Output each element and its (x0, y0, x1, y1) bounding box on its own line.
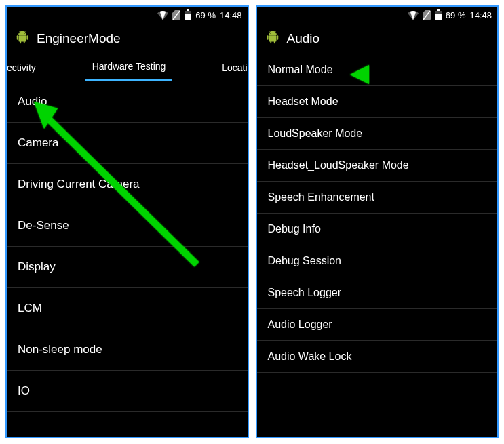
sim-icon (423, 10, 431, 20)
list-item-speech-logger[interactable]: Speech Logger (257, 277, 498, 309)
svg-rect-13 (269, 35, 276, 41)
phone-screen-engineermode: 69 % 14:48 EngineerMode ectivity Hardwar… (5, 5, 249, 438)
status-time: 14:48 (220, 10, 242, 20)
svg-rect-15 (277, 35, 278, 39)
list-hardware-testing: Audio Camera Driving Current Camera De-S… (7, 81, 248, 412)
list-item-lcm[interactable]: LCM (7, 288, 248, 329)
status-bar: 69 % 14:48 (257, 7, 498, 23)
app-header: Audio (257, 23, 498, 54)
svg-rect-5 (17, 35, 18, 39)
list-item-debug-info[interactable]: Debug Info (257, 214, 498, 245)
android-icon (15, 29, 30, 48)
svg-rect-6 (26, 35, 28, 39)
battery-icon (185, 9, 191, 20)
tab-hardware-testing[interactable]: Hardware Testing (85, 54, 173, 81)
battery-percent: 69 % (195, 10, 216, 20)
list-item-audio[interactable]: Audio (7, 81, 248, 123)
list-item-speech-enhancement[interactable]: Speech Enhancement (257, 182, 498, 214)
svg-rect-4 (19, 35, 26, 41)
status-time: 14:48 (469, 10, 492, 20)
list-item-non-sleep-mode[interactable]: Non-sleep mode (7, 329, 248, 371)
list-item-headset-mode[interactable]: Headset Mode (257, 86, 498, 118)
app-title: Audio (287, 31, 320, 46)
android-icon (265, 29, 280, 48)
list-item-normal-mode[interactable]: Normal Mode (257, 54, 498, 86)
svg-rect-8 (24, 41, 25, 44)
list-item-headset-loudspeaker-mode[interactable]: Headset_LoudSpeaker Mode (257, 150, 498, 182)
tab-bar: ectivity Hardware Testing Locati (7, 54, 248, 81)
list-item-display[interactable]: Display (7, 247, 248, 288)
wifi-icon (157, 9, 168, 20)
svg-rect-1 (187, 9, 189, 11)
list-item-io[interactable]: IO (7, 371, 248, 412)
svg-rect-7 (20, 41, 21, 44)
app-header: EngineerMode (7, 23, 248, 54)
list-item-de-sense[interactable]: De-Sense (7, 205, 248, 247)
tab-location[interactable]: Locati (215, 54, 247, 81)
svg-rect-3 (185, 14, 191, 20)
list-audio: Normal Mode Headset Mode LoudSpeaker Mod… (257, 54, 498, 373)
svg-rect-16 (270, 41, 271, 44)
list-item-camera[interactable]: Camera (7, 123, 248, 164)
list-item-audio-wake-lock[interactable]: Audio Wake Lock (257, 341, 498, 373)
svg-rect-17 (273, 41, 275, 44)
wifi-icon (408, 9, 419, 20)
app-title: EngineerMode (37, 31, 121, 46)
sim-icon (172, 10, 180, 20)
svg-rect-14 (267, 35, 268, 39)
battery-icon (435, 9, 442, 20)
list-item-audio-logger[interactable]: Audio Logger (257, 309, 498, 341)
svg-rect-12 (435, 14, 442, 20)
battery-percent: 69 % (446, 10, 466, 20)
phone-screen-audio: 69 % 14:48 Audio Normal Mode Headset Mod… (256, 5, 499, 438)
list-item-loudspeaker-mode[interactable]: LoudSpeaker Mode (257, 118, 498, 150)
tab-connectivity[interactable]: ectivity (7, 54, 43, 81)
status-bar: 69 % 14:48 (7, 7, 248, 23)
list-item-debug-session[interactable]: Debug Session (257, 245, 498, 277)
svg-rect-10 (437, 9, 440, 11)
list-item-driving-current-camera[interactable]: Driving Current Camera (7, 164, 248, 205)
